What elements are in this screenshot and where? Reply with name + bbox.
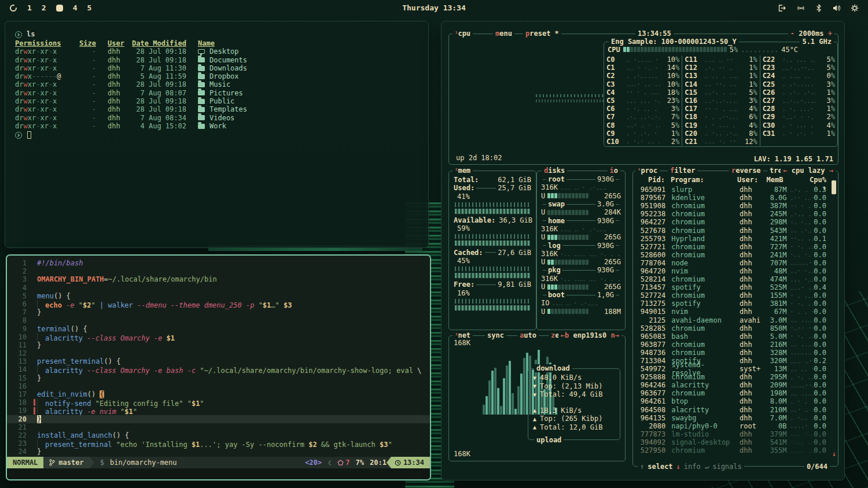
process-row[interactable]: 713275spotifydhh381M· ·. .. .0.0 [638,300,834,308]
process-row[interactable]: 964135swaybgdhh7.0M . ·‥. ‥ 0.0 [638,414,834,422]
terminal-window-files[interactable]: ls PermissionsSizeUserDate ModifiedNamed… [5,21,429,248]
editor-window-nvim[interactable]: 1#!/bin/bash23OMARCHY_BIN_PATH=~/.local/… [6,254,431,480]
signals-action[interactable]: signals [712,463,742,471]
process-row[interactable]: 964720nvimdhh48M..· ·....·0.0 [638,267,834,275]
process-row[interactable]: 527724chromiumdhh155M· . ..‥ 0.0 [638,291,834,300]
code-line-16[interactable]: 16 [7,382,430,390]
code-line-5[interactable]: 5menu() { [7,292,430,300]
process-row[interactable]: 949015nvimdhh67M · . . ·0.0 [638,308,834,316]
process-row[interactable]: 527721chromiumdhh727M· ·. .. .0.0 [638,243,834,251]
process-row[interactable]: 528285chromiumdhh850M ·‥·· ·· 0.0 [638,324,834,332]
code-line-23[interactable]: 23present_terminal "echo 'Installing $1.… [7,439,430,448]
code-line-17[interactable]: 17edit_in_nvim() { [7,390,430,398]
scroll-down-icon[interactable]: ↓ [832,450,836,458]
tab-proc[interactable]: ⁴proc [635,167,660,175]
process-row[interactable]: 527950chromiumdhh355M .‥‥. .‥0.0 [638,446,834,454]
workspace-2[interactable]: 2 [42,3,46,12]
code-line-18[interactable]: 18notify-send "Editing config file" "$1" [7,398,430,406]
process-row[interactable]: 528214chromiumdhh474M... ·‥‥.. 0.0 [638,275,834,283]
code-line-6[interactable]: 6echo -e "$2" | walker --dmenu --theme d… [7,300,430,308]
core-C9: C9. · .·. · ..1% [606,130,679,138]
logout-icon[interactable] [778,4,786,12]
process-table-header[interactable]: Pid: Program: User: MemB Cpu% ↑ [638,176,834,184]
tab-auto[interactable]: auto [517,331,539,339]
tab-reverse[interactable]: reverse [729,167,763,175]
process-row[interactable]: 549972systemd-resolvesyst+13M.. .. · ..0… [638,365,834,373]
process-row[interactable]: 777873lm-studiodhh379M... ·‥‥.. 0.0 [638,430,834,438]
select-action[interactable]: select [648,463,672,471]
process-row[interactable]: 964246alacrittydhh209M‥.‥.··‥‥‥ 0.0 [638,381,834,389]
code-line-19[interactable]: 19alacritty -e nvim "$1" [7,406,430,415]
code-line-12[interactable]: 12 [7,349,430,357]
code-line-24[interactable]: 24} [7,448,430,456]
bluetooth-icon[interactable] [815,4,822,12]
code-line-11[interactable]: 11} [7,341,430,349]
tab-cpu[interactable]: ¹cpu [453,29,473,38]
file-row: drwxr-xr-x-dhh28 Jul 09:18Documents [15,56,428,64]
process-row[interactable]: 528600chromiumdhh241M·.. ·. . ‥0.0 [638,251,834,259]
volume-icon[interactable] [832,4,841,12]
process-row[interactable]: 778704nodedhh707M‥‥‥..· ..0.0 [638,259,834,267]
prompt-icon [15,132,22,139]
code-line-15[interactable]: 15} [7,374,430,382]
process-row[interactable]: 964508alacrittydhh210M.‥· ‥ · .0.0 [638,406,834,414]
tab-sync[interactable]: sync [485,331,506,339]
process-row[interactable]: 255793Hyprlanddhh421M ··.. .. 0.1 [638,235,834,243]
code-line-2[interactable]: 2 [7,267,430,275]
process-row[interactable]: 713457spotifydhh525M.‥.· .. 0.4 [638,283,834,291]
code-line-4[interactable]: 4 [7,284,430,292]
process-row[interactable]: 963877chromiumdhh216M.‥ ..‥. ‥.0.0 [638,341,834,349]
process-row[interactable]: 965083bashdhh5.0M· ·. .. .0.0 [638,332,834,341]
folder-icon [198,82,205,87]
code-line-8[interactable]: 8 [7,316,430,324]
tab-menu[interactable]: menu [493,29,514,38]
tab-cpu-lazy[interactable]: ← cpu lazy → [781,167,836,175]
core-C30: C30. · ... . .·‥ 4% [763,121,835,130]
process-row[interactable]: 2125avahi-daemonavahi3.0M.‥ ..‥. ‥.0.0 [638,316,834,324]
tab-preset[interactable]: preset * [523,29,561,38]
terminal-cursor[interactable] [27,131,31,139]
process-row[interactable]: 964227chromiumdhh298M·. ·.. ..0.0 [638,218,834,226]
code-line-22[interactable]: 22install_and_launch() { [7,431,430,439]
process-row[interactable]: 394092signal-desktopdhh541M ·... ‥· 0.0 [638,438,834,446]
code-line-20[interactable]: 20} [7,415,430,423]
code-line-21[interactable]: 21 [7,423,430,431]
refresh-interval[interactable]: - 2000ms + [788,29,834,38]
tab-net[interactable]: ³net [453,331,473,339]
tab-filter[interactable]: filter [668,167,697,175]
process-row[interactable]: 963677chromiumdhh198M.‥ ..‥. ‥.0.0 [638,389,834,397]
code-line-13[interactable]: 13present_terminal() { [7,357,430,365]
workspace-1[interactable]: 1 [27,3,32,12]
process-row[interactable]: 2080napi/phy0-0root0B ‥...·0.0 [638,422,834,430]
process-row[interactable]: 948736chromiumdhh328M..‥..‥ .. 0.0 [638,349,834,357]
code-line-1[interactable]: 1#!/bin/bash [7,259,430,267]
tab-io[interactable]: io [608,167,620,175]
code-line-10[interactable]: 10alacritty --class Omarchy -e $1 [7,333,430,341]
code-area[interactable]: 1#!/bin/bash23OMARCHY_BIN_PATH=~/.local/… [7,256,430,456]
code-line-3[interactable]: 3OMARCHY_BIN_PATH=~/.local/share/omarchy… [7,275,430,283]
process-row[interactable]: 965091slurpdhh87M ‥·. ‥ .0.3 [638,186,834,194]
code-line-7[interactable]: 7} [7,308,430,316]
tab-disks[interactable]: disks [542,167,567,175]
omarchy-logo-icon[interactable] [9,4,17,12]
cpu-total-row: CPU 5% ......... 45°C [608,45,834,54]
process-row[interactable]: 964261btopdhh8.0M . · .0.0 [638,397,834,405]
process-row[interactable]: 527678chromiumdhh543M.. .·‥ ‥ .0.0 [638,226,834,234]
system-monitor-window[interactable]: ¹cpu menu preset * 13:34:55 - 2000ms + E… [441,21,845,480]
network-icon[interactable] [796,4,806,12]
process-row[interactable]: 879567kdenlivedhh8.0G.·· .‥· ‥0.0 [638,194,834,202]
network-interface[interactable]: ←b enp191s0 n→ [558,331,621,339]
workspace-3[interactable] [56,5,63,12]
process-row[interactable]: 951908chromiumdhh387M·· · . ‥‥0.0 [638,202,834,210]
settings-icon[interactable] [851,4,859,12]
code-line-14[interactable]: 14alacritty --class Omarchy -e bash -c "… [7,365,430,374]
tab-mem[interactable]: ²mem [453,167,473,175]
info-action[interactable]: info ↵ [684,463,709,471]
scrollbar-thumb[interactable] [832,180,836,194]
workspace-5[interactable]: 5 [87,3,91,12]
process-row[interactable]: 952238chromiumdhh245M‥·.. . . 0.0 [638,210,834,218]
process-row[interactable]: 925888chromiumdhh295M . ·. ...·0.0 [638,373,834,381]
upload-label: upload [534,436,564,444]
code-line-9[interactable]: 9terminal() { [7,325,430,333]
workspace-4[interactable]: 4 [73,3,78,12]
